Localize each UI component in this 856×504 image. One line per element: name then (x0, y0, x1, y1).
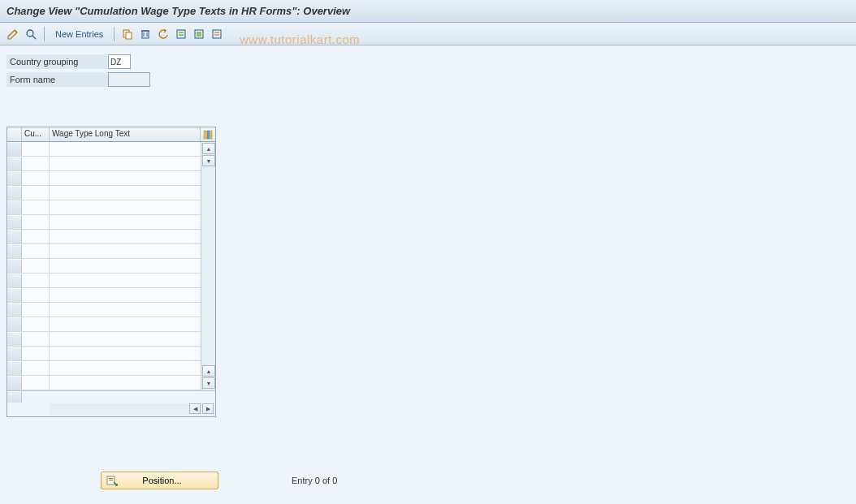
cell-wage-type[interactable] (50, 200, 201, 214)
cell-cumulation[interactable] (22, 274, 50, 287)
cell-cumulation[interactable] (22, 361, 50, 375)
table-row[interactable] (7, 347, 201, 361)
row-selector[interactable] (7, 376, 22, 390)
delete-icon[interactable] (137, 26, 153, 42)
cell-wage-type[interactable] (50, 215, 201, 229)
row-selector[interactable] (7, 200, 22, 214)
table-row[interactable] (7, 230, 201, 244)
column-header-wage-type[interactable]: Wage Type Long Text (50, 127, 201, 141)
table-settings-icon[interactable] (201, 127, 215, 141)
scroll-right-icon[interactable]: ▶ (202, 403, 214, 414)
cell-wage-type[interactable] (50, 317, 201, 331)
table-row[interactable] (7, 361, 201, 376)
cell-cumulation[interactable] (22, 157, 50, 170)
row-selector[interactable] (7, 259, 22, 273)
country-grouping-input[interactable] (108, 54, 131, 69)
deselect-all-icon[interactable] (209, 26, 225, 42)
toggle-change-icon[interactable] (5, 26, 21, 42)
row-selector[interactable] (7, 230, 22, 243)
row-selector[interactable] (7, 303, 22, 317)
cell-wage-type[interactable] (50, 361, 201, 375)
row-selector[interactable] (7, 347, 22, 360)
page-title: Change View "Cumulation Wage Type Texts … (6, 5, 350, 17)
cell-wage-type[interactable] (50, 186, 201, 200)
column-header-cumulation[interactable]: Cu... (22, 127, 50, 141)
table-rows (7, 142, 201, 390)
content-area: Country grouping Form name Cu... Wage Ty… (0, 45, 856, 504)
copy-as-icon[interactable] (119, 26, 136, 42)
new-entries-button[interactable]: New Entries (50, 26, 109, 42)
cell-cumulation[interactable] (22, 317, 50, 331)
svg-rect-9 (179, 32, 184, 33)
row-selector[interactable] (7, 274, 22, 287)
vertical-scrollbar[interactable]: ▲ ▼ ▲ ▼ (201, 142, 215, 390)
cell-wage-type[interactable] (50, 142, 201, 156)
cell-wage-type[interactable] (50, 332, 201, 346)
cell-wage-type[interactable] (50, 347, 201, 360)
cell-cumulation[interactable] (22, 259, 50, 273)
cell-cumulation[interactable] (22, 332, 50, 346)
cell-cumulation[interactable] (22, 376, 50, 390)
cell-cumulation[interactable] (22, 288, 50, 302)
table-row[interactable] (7, 274, 201, 288)
table-row[interactable] (7, 142, 201, 157)
row-selector[interactable] (7, 142, 22, 156)
row-selector[interactable] (7, 361, 22, 375)
cell-cumulation[interactable] (22, 244, 50, 258)
select-all-column-header[interactable] (7, 127, 22, 141)
cell-cumulation[interactable] (22, 171, 50, 185)
select-all-icon[interactable] (173, 26, 189, 42)
cell-wage-type[interactable] (50, 274, 201, 287)
cell-cumulation[interactable] (22, 230, 50, 243)
cell-cumulation[interactable] (22, 186, 50, 200)
svg-rect-10 (179, 34, 184, 36)
select-block-icon[interactable] (191, 26, 207, 42)
table-row[interactable] (7, 303, 201, 317)
details-icon[interactable] (23, 26, 39, 42)
table-row[interactable] (7, 200, 201, 215)
cell-wage-type[interactable] (50, 259, 201, 273)
cell-wage-type[interactable] (50, 288, 201, 302)
table-row[interactable] (7, 288, 201, 303)
table-row[interactable] (7, 317, 201, 332)
table-row[interactable] (7, 186, 201, 200)
table-row[interactable] (7, 171, 201, 186)
scroll-up-bottom-icon[interactable]: ▲ (202, 365, 215, 377)
table-row[interactable] (7, 215, 201, 230)
horizontal-scrollbar[interactable]: ◀ ▶ (50, 403, 214, 416)
row-selector[interactable] (7, 215, 22, 229)
table-row[interactable] (7, 244, 201, 259)
scroll-down-bottom-icon[interactable]: ▼ (202, 377, 215, 389)
svg-rect-21 (109, 480, 113, 480)
cell-wage-type[interactable] (50, 230, 201, 243)
cell-cumulation[interactable] (22, 303, 50, 317)
cell-wage-type[interactable] (50, 244, 201, 258)
undo-change-icon[interactable] (155, 26, 171, 42)
row-selector[interactable] (7, 317, 22, 331)
position-button[interactable]: Position... (101, 472, 218, 489)
cell-wage-type[interactable] (50, 157, 201, 170)
row-selector[interactable] (7, 157, 22, 170)
form-name-input[interactable] (108, 72, 150, 87)
scroll-down-icon[interactable]: ▼ (202, 155, 215, 166)
cell-cumulation[interactable] (22, 200, 50, 214)
table-row[interactable] (7, 376, 201, 390)
cell-wage-type[interactable] (50, 171, 201, 185)
table-row[interactable] (7, 157, 201, 171)
table-row[interactable] (7, 259, 201, 274)
scroll-up-icon[interactable]: ▲ (202, 143, 215, 154)
cell-cumulation[interactable] (22, 347, 50, 360)
cell-cumulation[interactable] (22, 142, 50, 156)
row-selector[interactable] (7, 288, 22, 302)
row-selector[interactable] (7, 332, 22, 346)
app-toolbar: New Entries (0, 23, 856, 45)
row-selector[interactable] (7, 186, 22, 200)
scroll-left-icon[interactable]: ◀ (189, 403, 201, 414)
table-row[interactable] (7, 332, 201, 347)
cell-wage-type[interactable] (50, 303, 201, 317)
cell-wage-type[interactable] (50, 376, 201, 390)
row-selector[interactable] (7, 171, 22, 185)
row-selector[interactable] (7, 244, 22, 258)
cell-cumulation[interactable] (22, 215, 50, 229)
bottom-bar: Position... Entry 0 of 0 (101, 472, 337, 489)
